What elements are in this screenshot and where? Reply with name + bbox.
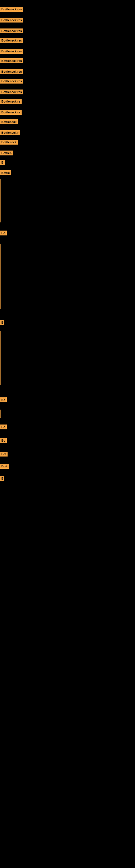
bottleneck-label-18[interactable]: B [0, 320, 4, 325]
bottleneck-label-5[interactable]: Bottleneck res [0, 58, 23, 63]
vertical-line-0 [0, 179, 1, 222]
bottleneck-label-0[interactable]: Bottleneck res [0, 7, 23, 12]
bottleneck-label-11[interactable]: Bottleneck [0, 119, 18, 124]
bottleneck-label-15[interactable]: B [0, 160, 5, 165]
bottleneck-label-9[interactable]: Bottleneck re [0, 99, 21, 104]
bottleneck-label-22[interactable]: Bot [0, 452, 8, 457]
bottleneck-label-21[interactable]: Bo [0, 438, 7, 443]
bottleneck-label-12[interactable]: Bottleneck r [0, 130, 20, 135]
bottleneck-label-6[interactable]: Bottleneck res [0, 69, 23, 74]
bottleneck-label-20[interactable]: Bo [0, 425, 7, 429]
bottleneck-label-4[interactable]: Bottleneck res [0, 49, 23, 54]
bottleneck-label-19[interactable]: Bo [0, 397, 7, 402]
bottleneck-label-3[interactable]: Bottleneck res [0, 38, 23, 43]
bottleneck-label-16[interactable]: Bottle [0, 170, 11, 175]
bottleneck-label-10[interactable]: Bottleneck re [0, 110, 21, 115]
bottleneck-label-1[interactable]: Bottleneck res [0, 18, 23, 23]
bottleneck-label-14[interactable]: Bottlen [0, 151, 13, 155]
site-title [0, 1, 135, 5]
bottleneck-label-8[interactable]: Bottleneck res [0, 90, 23, 94]
vertical-line-3 [0, 410, 1, 418]
bottleneck-label-23[interactable]: Bott [0, 464, 9, 469]
bottleneck-label-24[interactable]: B [0, 476, 4, 481]
bottleneck-label-7[interactable]: Bottleneck res [0, 79, 23, 84]
bottleneck-label-13[interactable]: Bottleneck [0, 140, 18, 145]
vertical-line-1 [0, 244, 1, 309]
vertical-line-2 [0, 331, 1, 385]
bottleneck-label-2[interactable]: Bottleneck res [0, 29, 23, 33]
bottleneck-label-17[interactable]: Bo [0, 230, 7, 236]
